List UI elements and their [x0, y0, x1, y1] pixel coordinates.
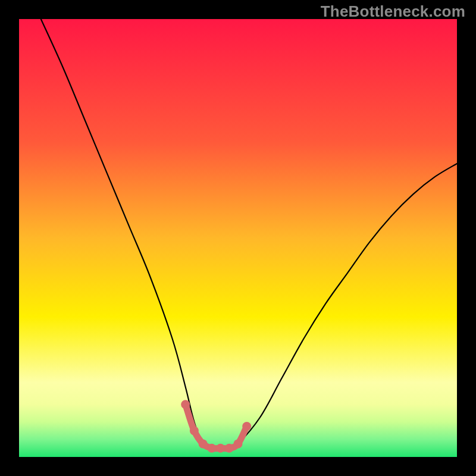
chart-frame: TheBottleneck.com — [0, 0, 476, 476]
valley-marker-dot — [190, 426, 199, 435]
gradient-background — [19, 19, 457, 457]
valley-marker-dot — [225, 444, 234, 453]
valley-marker-dot — [199, 439, 208, 448]
valley-marker-dot — [234, 439, 243, 448]
valley-marker-dot — [207, 444, 216, 453]
valley-marker-dot — [242, 422, 251, 431]
valley-marker-dot — [216, 444, 225, 453]
chart-plot-area — [19, 19, 457, 457]
chart-svg — [19, 19, 457, 457]
watermark-text: TheBottleneck.com — [321, 2, 465, 21]
valley-marker-dot — [181, 400, 190, 409]
